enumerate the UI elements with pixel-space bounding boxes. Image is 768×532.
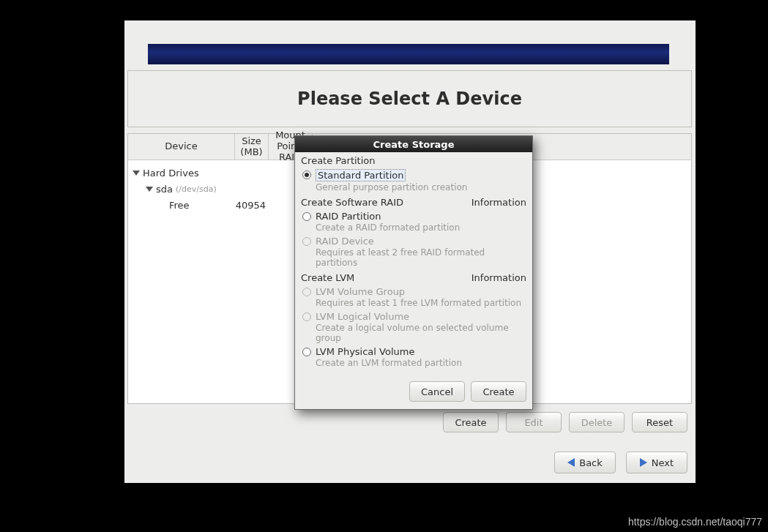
option-desc: Create a RAID formated partition: [316, 222, 526, 233]
radio-icon[interactable]: [302, 212, 311, 221]
column-header-size[interactable]: Size (MB): [235, 134, 269, 160]
watermark-text: https://blog.csdn.net/taoqi777: [628, 516, 762, 528]
expander-icon[interactable]: [146, 187, 153, 192]
option-desc: General purpose partition creation: [316, 182, 526, 192]
section-create-raid: Create Software RAID Information: [301, 197, 526, 208]
option-lvm-pv[interactable]: LVM Physical Volume: [302, 346, 526, 357]
back-label: Back: [579, 457, 603, 468]
radio-icon[interactable]: [302, 348, 311, 356]
device-path: (/dev/sda): [176, 184, 217, 194]
dialog-body: Create Partition Standard Partition Gene…: [295, 152, 532, 375]
dialog-action-row: Cancel Create: [295, 375, 532, 409]
dialog-create-button[interactable]: Create: [471, 381, 526, 402]
radio-icon: [302, 312, 311, 321]
information-link[interactable]: Information: [471, 272, 526, 283]
information-link[interactable]: Information: [471, 197, 526, 208]
option-desc: Create a logical volume on selected volu…: [316, 323, 526, 343]
section-create-partition: Create Partition: [301, 155, 526, 166]
option-label: LVM Volume Group: [316, 286, 405, 297]
free-size-value: 40954: [235, 200, 269, 211]
create-storage-dialog: Create Storage Create Partition Standard…: [294, 135, 533, 410]
wizard-nav-row: Back Next: [127, 446, 692, 479]
column-header-device[interactable]: Device: [128, 134, 235, 160]
title-panel: Please Select A Device: [127, 70, 692, 127]
expander-icon[interactable]: [133, 171, 140, 176]
option-lvm-lv: LVM Logical Volume: [302, 311, 526, 322]
dialog-cancel-button[interactable]: Cancel: [409, 381, 465, 402]
radio-icon: [302, 288, 311, 296]
option-lvm-vg: LVM Volume Group: [302, 286, 526, 297]
page-title: Please Select A Device: [297, 89, 522, 109]
delete-button: Delete: [569, 412, 625, 432]
tree-label: Free: [169, 200, 190, 211]
dialog-title: Create Storage: [295, 136, 532, 152]
option-standard-partition[interactable]: Standard Partition: [302, 169, 526, 181]
option-desc: Requires at least 2 free RAID formated p…: [316, 247, 526, 268]
back-button[interactable]: Back: [554, 452, 616, 473]
option-desc: Requires at least 1 free LVM formated pa…: [316, 298, 526, 308]
arrow-left-icon: [567, 458, 575, 467]
edit-button: Edit: [506, 412, 562, 432]
section-label: Create Software RAID: [301, 197, 403, 208]
section-label: Create LVM: [301, 272, 354, 283]
section-create-lvm: Create LVM Information: [301, 272, 526, 283]
section-label: Create Partition: [301, 155, 376, 166]
radio-icon[interactable]: [302, 171, 311, 179]
next-button[interactable]: Next: [626, 452, 687, 473]
option-label: LVM Logical Volume: [316, 311, 409, 322]
option-raid-device: RAID Device: [302, 236, 526, 247]
option-raid-partition[interactable]: RAID Partition: [302, 211, 526, 222]
option-label: Standard Partition: [316, 169, 406, 181]
partition-action-row: Create Edit Delete Reset: [127, 407, 692, 438]
option-label: RAID Device: [316, 236, 374, 247]
reset-button[interactable]: Reset: [632, 412, 687, 432]
tree-label: sda: [156, 184, 173, 195]
arrow-right-icon: [640, 458, 647, 467]
option-label: LVM Physical Volume: [316, 346, 414, 357]
option-desc: Create an LVM formated partition: [316, 358, 526, 368]
brand-banner: [148, 44, 669, 64]
radio-icon: [302, 237, 311, 246]
option-label: RAID Partition: [316, 211, 381, 222]
create-button[interactable]: Create: [443, 412, 499, 432]
tree-label: Hard Drives: [143, 168, 199, 179]
next-label: Next: [652, 457, 674, 468]
